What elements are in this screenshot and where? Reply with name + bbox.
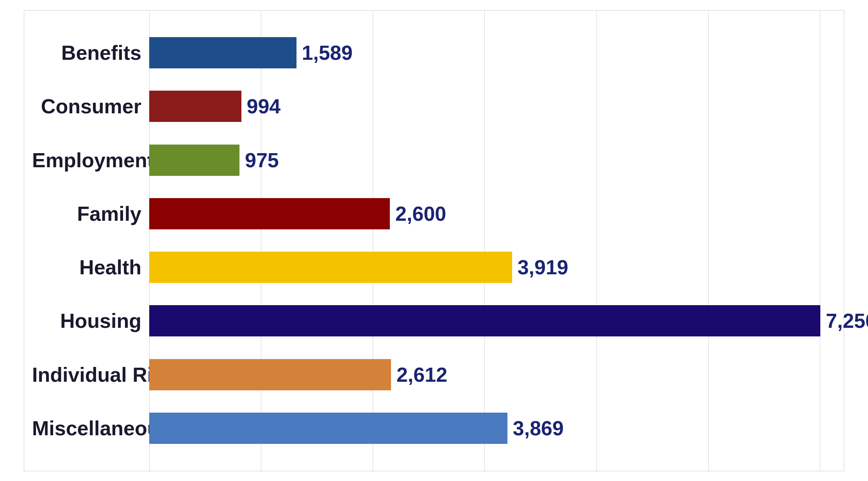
chart-container: Benefits1,589Consumer994Employment975Fam… <box>24 10 844 471</box>
bar-fill <box>149 252 512 283</box>
bar-fill <box>149 198 390 229</box>
bar-row: Benefits1,589 <box>149 31 820 74</box>
bar-track: 2,600 <box>149 198 820 229</box>
bar-track: 994 <box>149 91 820 122</box>
bar-fill <box>149 145 239 176</box>
bar-value-label: 7,250 <box>826 309 868 333</box>
bar-row: Housing7,250 <box>149 299 820 342</box>
bar-fill <box>149 305 820 336</box>
bar-fill <box>149 359 391 390</box>
bar-row: Consumer994 <box>149 85 820 128</box>
bar-value-label: 1,589 <box>302 41 353 64</box>
bar-label-housing: Housing <box>32 309 141 333</box>
grid-lines <box>149 11 820 471</box>
bar-fill <box>149 413 507 444</box>
bar-track: 3,869 <box>149 413 820 444</box>
bar-label-employment: Employment <box>32 148 141 172</box>
bar-value-label: 2,600 <box>395 202 446 225</box>
bar-label-family: Family <box>32 202 141 225</box>
grid-line <box>708 11 709 471</box>
grid-line <box>597 11 597 471</box>
bar-row: Miscellaneous3,869 <box>149 407 820 450</box>
bar-label-miscellaneous: Miscellaneous <box>32 417 141 440</box>
bar-value-label: 2,612 <box>396 363 447 386</box>
bar-label-consumer: Consumer <box>32 95 141 118</box>
bar-value-label: 975 <box>245 148 279 172</box>
bar-value-label: 994 <box>247 95 281 118</box>
bar-track: 2,612 <box>149 359 820 390</box>
bar-label-individual-rights: Individual Rights <box>32 363 141 386</box>
bar-value-label: 3,869 <box>513 417 564 440</box>
bar-label-benefits: Benefits <box>32 41 141 64</box>
grid-line <box>149 11 150 471</box>
grid-line <box>484 11 485 471</box>
bar-row: Health3,919 <box>149 246 820 289</box>
bar-fill <box>149 91 241 122</box>
bar-track: 975 <box>149 145 820 176</box>
bar-row: Individual Rights2,612 <box>149 353 820 396</box>
bar-row: Employment975 <box>149 139 820 182</box>
grid-line <box>373 11 373 471</box>
grid-line <box>261 11 261 471</box>
bar-row: Family2,600 <box>149 192 820 235</box>
grid-line <box>820 11 820 471</box>
bar-track: 1,589 <box>149 37 820 68</box>
bar-track: 3,919 <box>149 252 820 283</box>
bar-label-health: Health <box>32 256 141 279</box>
bar-fill <box>149 37 296 68</box>
bar-value-label: 3,919 <box>518 256 568 279</box>
bar-track: 7,250 <box>149 305 820 336</box>
